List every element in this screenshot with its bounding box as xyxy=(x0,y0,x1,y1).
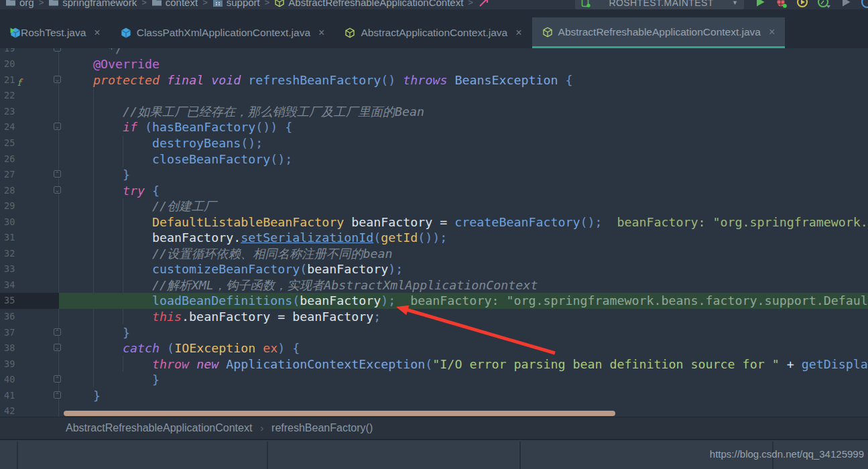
breadcrumb-method[interactable]: refreshBeanFactory() xyxy=(271,422,373,434)
run-with-coverage-icon-button[interactable] xyxy=(796,0,808,8)
editor-tab-bar: RoshTest.java×ClassPathXmlApplicationCon… xyxy=(0,9,868,48)
code-line[interactable]: 36 this.beanFactory = beanFactory; xyxy=(0,309,868,325)
code-line[interactable]: 33 customizeBeanFactory(beanFactory); xyxy=(0,261,868,277)
fold-marker-icon[interactable]: ⌃ xyxy=(54,48,61,52)
code-token: ( xyxy=(373,230,381,245)
line-number: 33 xyxy=(4,261,15,277)
code-token: ApplicationContextException xyxy=(226,357,425,371)
editor-tab-abstractrefreshableapplicationcontext-java[interactable]: AbstractRefreshableApplicationContext.ja… xyxy=(532,17,786,48)
fold-marker-icon[interactable]: ⌄ xyxy=(54,123,61,130)
breadcrumb-label: AbstractRefreshableApplicationContext xyxy=(288,0,463,8)
run-configuration-selector[interactable]: ROSHTEST.MAINTEST ▼ xyxy=(575,0,744,9)
folder-icon xyxy=(48,0,59,7)
code-line[interactable]: 37⌃ } xyxy=(0,325,868,341)
breadcrumb-label: org xyxy=(19,0,34,8)
code-token: } xyxy=(93,389,101,403)
run-disabled-icon-button[interactable] xyxy=(840,0,852,8)
tab-label: AbstractRefreshableApplicationContext.ja… xyxy=(558,26,761,38)
code-line[interactable]: 19⌃ */ xyxy=(0,48,868,56)
code-text: destroyBeans(); xyxy=(64,135,263,151)
fold-marker-icon[interactable]: ⌃ xyxy=(54,391,61,399)
code-token: //解析XML，钩子函数，实现者AbstractXmlApplicationCo… xyxy=(152,278,538,292)
code-token: (); xyxy=(270,152,292,166)
code-token: closeBeanFactory xyxy=(152,152,270,166)
breadcrumb: org>springframework>context>support>Abst… xyxy=(5,0,478,8)
fold-marker-icon[interactable]: ⌃ xyxy=(54,328,61,336)
code-line[interactable]: 23 //如果工厂已经存在，那么销毁工厂及工厂里面的Bean xyxy=(0,104,868,120)
code-line[interactable]: 39 throw new ApplicationContextException… xyxy=(0,356,868,373)
breadcrumb-item-abstractrefreshableapplicationcontext[interactable]: AbstractRefreshableApplicationContext xyxy=(274,0,463,8)
line-number: 37 xyxy=(4,325,15,341)
code-line[interactable]: 30 DefaultListableBeanFactory beanFactor… xyxy=(0,214,868,230)
fold-marker-icon[interactable]: ⌄ xyxy=(54,186,61,194)
override-method-icon[interactable]: f↑ xyxy=(17,73,23,90)
code-text: DefaultListableBeanFactory beanFactory =… xyxy=(64,214,868,230)
tab-close-icon[interactable]: × xyxy=(318,27,324,39)
breadcrumb-item-support[interactable]: support xyxy=(212,0,260,8)
run-icon-button[interactable] xyxy=(754,0,766,8)
breadcrumb-separator-icon: > xyxy=(202,0,208,7)
breadcrumb-item-org[interactable]: org xyxy=(5,0,34,8)
navigate-arrow-icon[interactable] xyxy=(478,0,490,8)
editor-tab-classpathxmlapplicationcontext-java[interactable]: ClassPathXmlApplicationContext.java× xyxy=(111,17,335,48)
line-number: 34 xyxy=(4,277,15,293)
code-line[interactable]: 34 //解析XML，钩子函数，实现者AbstractXmlApplicatio… xyxy=(0,277,868,293)
breadcrumb-label: support xyxy=(227,0,260,8)
code-token xyxy=(189,357,196,371)
code-text: } xyxy=(64,325,130,341)
panel-divider xyxy=(267,442,268,469)
breadcrumb-separator-icon: › xyxy=(260,423,263,433)
fold-marker-icon[interactable]: ⌄ xyxy=(54,344,61,351)
code-token: createBeanFactory xyxy=(454,215,580,229)
code-line[interactable]: 22 xyxy=(0,88,868,104)
panel-divider xyxy=(519,442,521,469)
code-line[interactable]: 31 beanFactory.setSerializationId(getId(… xyxy=(0,230,868,246)
editor-tab-abstractapplicationcontext-java[interactable]: AbstractApplicationContext.java× xyxy=(334,17,532,48)
fold-marker-icon[interactable]: ⌃ xyxy=(54,170,61,178)
code-editor[interactable]: 19⌃ */20 @Override21f↑⌄ protected final … xyxy=(0,48,868,417)
top-navigation-bar: org>springframework>context>support>Abst… xyxy=(0,0,868,9)
code-line[interactable]: 27⌃ } xyxy=(0,167,868,183)
code-line[interactable]: 20 @Override xyxy=(0,56,868,72)
breadcrumb-item-springframework[interactable]: springframework xyxy=(48,0,137,8)
profiler-icon-button[interactable] xyxy=(817,0,831,9)
code-token: ( xyxy=(145,120,152,134)
code-token: ()); xyxy=(418,230,447,245)
run-config-icon xyxy=(581,0,591,7)
code-line[interactable]: 40⌃ } xyxy=(0,372,868,388)
line-number: 39 xyxy=(4,356,15,373)
code-line[interactable]: 38⌄ catch (IOException ex) { xyxy=(0,340,868,356)
abstract-class-icon xyxy=(274,0,285,7)
tab-close-icon[interactable]: × xyxy=(769,26,775,38)
debug-icon xyxy=(775,0,788,9)
breadcrumb-separator-icon: > xyxy=(39,0,44,7)
code-line[interactable]: 24⌄ if (hasBeanFactory()) { xyxy=(0,119,868,135)
search-everywhere-icon xyxy=(861,0,868,9)
code-line[interactable]: 21f↑⌄ protected final void refreshBeanFa… xyxy=(0,72,868,88)
search-everywhere-icon-button[interactable] xyxy=(861,0,868,9)
code-line[interactable]: 29 //创建工厂 xyxy=(0,198,868,214)
code-text: beanFactory.setSerializationId(getId()); xyxy=(64,230,447,246)
debug-icon-button[interactable] xyxy=(775,0,788,9)
horizontal-scrollbar[interactable] xyxy=(64,411,615,416)
code-line[interactable]: 28⌄ try { xyxy=(0,183,868,199)
breadcrumb-separator-icon: > xyxy=(265,0,270,7)
fold-marker-icon[interactable]: ⌃ xyxy=(54,375,61,383)
code-line[interactable]: 32 //设置循环依赖、相同名称注册不同的bean xyxy=(0,246,868,262)
code-token: beanFactory xyxy=(307,262,388,276)
fold-marker-icon[interactable]: ⌄ xyxy=(54,76,61,83)
code-token xyxy=(160,341,167,355)
breadcrumb-class[interactable]: AbstractRefreshableApplicationContext xyxy=(66,422,252,434)
tab-close-icon[interactable]: × xyxy=(515,27,521,39)
code-token xyxy=(447,73,454,87)
editor-tab-roshtest-java[interactable]: RoshTest.java× xyxy=(0,17,111,48)
code-line[interactable]: 26 closeBeanFactory(); xyxy=(0,151,868,168)
breadcrumb-item-context[interactable]: context xyxy=(151,0,198,8)
code-line[interactable]: 25 destroyBeans(); xyxy=(0,135,868,151)
code-token: () xyxy=(381,73,395,87)
code-line[interactable]: 35 loadBeanDefinitions(beanFactory); bea… xyxy=(0,293,868,309)
code-token: beanFactory = xyxy=(344,215,454,229)
code-lines: 19⌃ */20 @Override21f↑⌄ protected final … xyxy=(0,48,868,417)
tab-close-icon[interactable]: × xyxy=(94,27,100,39)
code-line[interactable]: 41⌃ } xyxy=(0,388,868,404)
